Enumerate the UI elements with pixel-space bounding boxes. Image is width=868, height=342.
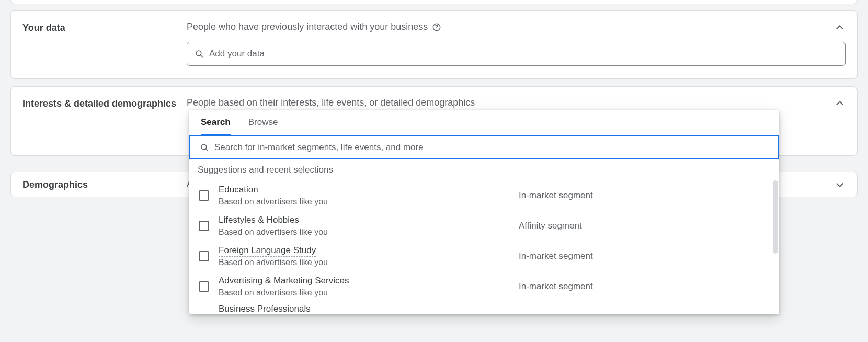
previous-card-edge — [10, 0, 858, 4]
suggestion-checkbox[interactable] — [199, 221, 209, 231]
suggestion-type: Affinity segment — [519, 221, 770, 231]
suggestion-subtitle: Based on advertisers like you — [219, 227, 509, 237]
suggestion-title: Education — [219, 185, 258, 196]
suggestion-type: In-market segment — [519, 190, 770, 201]
suggestion-item[interactable]: Advertising & Marketing Services Based o… — [189, 271, 779, 302]
tab-search[interactable]: Search — [201, 117, 231, 135]
demographics-label: Demographics — [22, 178, 187, 190]
interests-description-text: People based on their interests, life ev… — [187, 97, 475, 108]
suggestion-title: Advertising & Marketing Services — [219, 276, 349, 287]
help-icon[interactable] — [432, 22, 441, 32]
add-your-data-input[interactable] — [209, 49, 838, 59]
interests-description: People based on their interests, life ev… — [187, 97, 846, 108]
suggestion-title: Foreign Language Study — [219, 245, 316, 257]
segment-search-wrapper[interactable] — [189, 135, 779, 159]
suggestions-header: Suggestions and recent selections — [189, 159, 779, 178]
suggestion-checkbox[interactable] — [199, 190, 209, 201]
interests-label: Interests & detailed demographics — [22, 97, 187, 109]
suggestion-item[interactable]: Education Based on advertisers like you … — [189, 180, 779, 211]
your-data-description: People who have previously interacted wi… — [187, 21, 846, 32]
suggestion-type: In-market segment — [519, 251, 770, 261]
collapse-your-data-button[interactable] — [834, 21, 846, 35]
your-data-card: Your data People who have previously int… — [10, 10, 858, 79]
suggestion-checkbox[interactable] — [199, 251, 209, 261]
tab-browse[interactable]: Browse — [248, 117, 278, 135]
your-data-description-text: People who have previously interacted wi… — [187, 21, 428, 32]
suggestion-type: In-market segment — [519, 281, 770, 292]
popover-tabs: Search Browse — [189, 110, 779, 136]
expand-demographics-button[interactable] — [834, 179, 846, 193]
suggestion-item[interactable]: Lifestyles & Hobbies Based on advertiser… — [189, 211, 779, 241]
your-data-label: Your data — [22, 21, 187, 33]
suggestion-item[interactable]: Foreign Language Study Based on advertis… — [189, 241, 779, 271]
segment-search-input[interactable] — [214, 142, 769, 153]
suggestion-checkbox[interactable] — [199, 281, 209, 292]
collapse-interests-button[interactable] — [834, 97, 846, 111]
svg-line-5 — [205, 149, 208, 151]
scrollbar-thumb[interactable] — [773, 180, 778, 254]
svg-line-3 — [200, 55, 202, 57]
search-icon — [200, 143, 209, 152]
suggestions-list: Education Based on advertisers like you … — [189, 178, 779, 314]
suggestion-title: Lifestyles & Hobbies — [219, 215, 299, 226]
suggestion-item-partial: Business Professionals — [189, 302, 779, 314]
add-your-data-input-wrapper[interactable] — [187, 42, 846, 66]
interests-search-popover: Search Browse Suggestions and recent sel… — [189, 110, 779, 314]
svg-point-1 — [437, 29, 437, 29]
suggestion-subtitle: Based on advertisers like you — [219, 258, 509, 267]
suggestion-subtitle: Based on advertisers like you — [219, 197, 509, 207]
search-icon — [195, 49, 204, 59]
suggestion-subtitle: Based on advertisers like you — [219, 288, 509, 298]
